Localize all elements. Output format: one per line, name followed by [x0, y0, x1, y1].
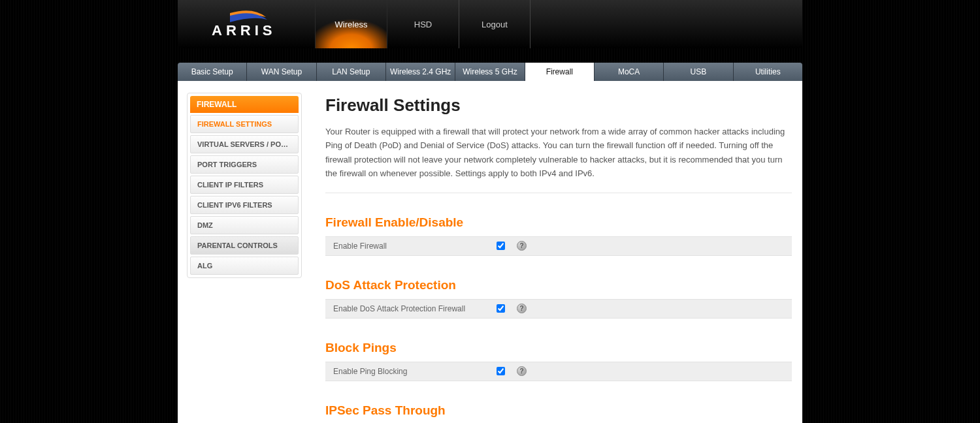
- help-icon[interactable]: ?: [517, 366, 527, 376]
- section-heading: DoS Attack Protection: [325, 278, 792, 292]
- sub-tabs: Basic Setup WAN Setup LAN Setup Wireless…: [178, 63, 802, 81]
- topnav-logout[interactable]: Logout: [459, 0, 531, 48]
- sidebar-item-alg[interactable]: ALG: [190, 257, 299, 275]
- content: Firewall Settings Your Router is equippe…: [302, 93, 802, 423]
- tab-basic-setup[interactable]: Basic Setup: [178, 63, 247, 81]
- section-heading: IPSec Pass Through: [325, 403, 792, 418]
- setting-label: Enable Firewall: [333, 242, 497, 251]
- help-icon[interactable]: ?: [517, 304, 527, 313]
- top-header: ARRIS Wireless HSD Logout: [178, 0, 802, 48]
- section-heading: Firewall Enable/Disable: [325, 215, 792, 230]
- sidebar-item-client-ipv6-filters[interactable]: CLIENT IPV6 FILTERS: [190, 196, 299, 214]
- sidebar-item-parental-controls[interactable]: PARENTAL CONTROLS: [190, 236, 299, 255]
- page-title: Firewall Settings: [325, 95, 792, 116]
- tab-firewall[interactable]: Firewall: [525, 63, 595, 81]
- section-dos-protection: DoS Attack Protection Enable DoS Attack …: [325, 278, 792, 319]
- setting-label: Enable Ping Blocking: [333, 367, 497, 376]
- sidebar-item-virtual-servers[interactable]: VIRTUAL SERVERS / PORT ...: [190, 135, 299, 153]
- main-panel: FIREWALL FIREWALL SETTINGS VIRTUAL SERVE…: [178, 81, 802, 423]
- setting-row: Enable DoS Attack Protection Firewall ?: [325, 299, 792, 319]
- sidebar-item-dmz[interactable]: DMZ: [190, 216, 299, 234]
- setting-row: Enable Ping Blocking ?: [325, 362, 792, 381]
- tab-wireless-24[interactable]: Wireless 2.4 GHz: [386, 63, 455, 81]
- page-intro: Your Router is equipped with a firewall …: [325, 125, 792, 193]
- tab-utilities[interactable]: Utilities: [734, 63, 802, 81]
- topnav-label: Wireless: [335, 20, 368, 29]
- topnav-hsd[interactable]: HSD: [387, 0, 459, 48]
- sidebar-item-client-ip-filters[interactable]: CLIENT IP FILTERS: [190, 176, 299, 194]
- section-firewall-enable: Firewall Enable/Disable Enable Firewall …: [325, 215, 792, 256]
- setting-row: Enable Firewall ?: [325, 236, 792, 256]
- top-nav: Wireless HSD Logout: [315, 0, 531, 48]
- tab-lan-setup[interactable]: LAN Setup: [317, 63, 386, 81]
- enable-firewall-checkbox[interactable]: [497, 242, 505, 250]
- brand-text: ARRIS: [212, 22, 276, 39]
- topnav-label: HSD: [414, 20, 432, 29]
- setting-label: Enable DoS Attack Protection Firewall: [333, 304, 497, 313]
- tab-moca[interactable]: MoCA: [595, 63, 664, 81]
- brand-logo: ARRIS: [178, 0, 315, 48]
- enable-dos-checkbox[interactable]: [497, 304, 505, 313]
- section-block-pings: Block Pings Enable Ping Blocking ?: [325, 341, 792, 381]
- section-heading: Block Pings: [325, 341, 792, 355]
- tab-usb[interactable]: USB: [664, 63, 733, 81]
- enable-ping-block-checkbox[interactable]: [497, 367, 505, 375]
- help-icon[interactable]: ?: [517, 241, 527, 251]
- topnav-label: Logout: [482, 20, 508, 29]
- tab-wan-setup[interactable]: WAN Setup: [247, 63, 316, 81]
- sidebar-item-firewall-settings[interactable]: FIREWALL SETTINGS: [190, 115, 299, 133]
- tab-wireless-5[interactable]: Wireless 5 GHz: [455, 63, 525, 81]
- topnav-wireless[interactable]: Wireless: [315, 0, 387, 48]
- sidebar-item-port-triggers[interactable]: PORT TRIGGERS: [190, 155, 299, 174]
- sidebar-header: FIREWALL: [190, 96, 299, 113]
- section-ipsec-passthrough: IPSec Pass Through Enable IPSec Pass Thr…: [325, 403, 792, 423]
- sidebar: FIREWALL FIREWALL SETTINGS VIRTUAL SERVE…: [178, 93, 302, 423]
